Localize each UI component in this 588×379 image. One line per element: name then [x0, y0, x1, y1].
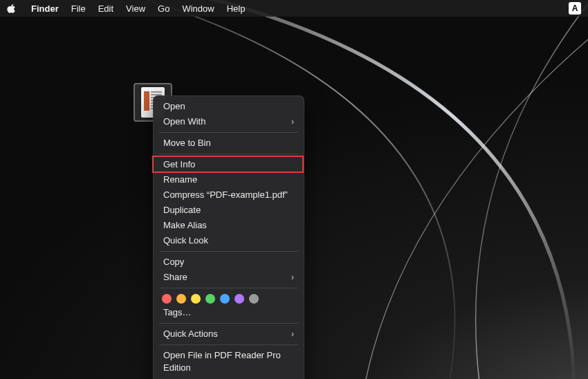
context-menu-item-label: Make Alias: [163, 219, 207, 232]
context-menu-item-label: Duplicate: [163, 204, 201, 216]
apple-menu-icon[interactable]: [7, 3, 17, 13]
context-menu-item-label: Open File in PDF Reader Pro Edition: [163, 349, 294, 374]
menubar-item-window[interactable]: Window: [176, 3, 220, 14]
context-menu-item-label: Tags…: [163, 306, 191, 319]
context-menu-item-label: Quick Actions: [163, 328, 218, 340]
context-menu-item-label: Copy: [163, 256, 184, 268]
input-source-indicator[interactable]: A: [569, 2, 581, 15]
tag-color-dot[interactable]: [220, 294, 230, 304]
tag-color-dot[interactable]: [205, 294, 215, 304]
context-menu-item[interactable]: Compress “PDF-example1.pdf”: [154, 187, 304, 203]
context-menu-item[interactable]: Open With›: [154, 114, 304, 129]
tag-color-row: [154, 291, 304, 305]
chevron-right-icon: ›: [291, 115, 294, 128]
context-menu-item-label: Move to Bin: [163, 137, 211, 149]
context-menu-item[interactable]: Copy: [154, 255, 304, 270]
tag-color-dot[interactable]: [235, 294, 244, 304]
context-menu-separator: [159, 344, 298, 345]
context-menu-item[interactable]: Make Alias: [154, 218, 304, 233]
context-menu-item[interactable]: Rename: [154, 172, 304, 187]
context-menu: OpenOpen With›Move to BinGet InfoRenameC…: [153, 95, 304, 379]
context-menu-separator: [159, 154, 298, 154]
context-menu-item-label: Rename: [163, 174, 197, 186]
tag-color-dot[interactable]: [162, 294, 172, 304]
tag-color-dot[interactable]: [176, 294, 186, 304]
context-menu-item[interactable]: Tags…: [154, 305, 304, 320]
menubar-app-name[interactable]: Finder: [25, 3, 65, 14]
menubar: Finder File Edit View Go Window Help A: [0, 0, 588, 17]
context-menu-item[interactable]: Open URL in PDF Reader Pro Edition: [154, 376, 304, 379]
context-menu-item-label: Open: [163, 100, 185, 113]
context-menu-item[interactable]: Duplicate: [154, 203, 304, 218]
context-menu-separator: [159, 132, 298, 133]
context-menu-item-label: Share: [163, 271, 187, 284]
tag-color-dot[interactable]: [249, 294, 259, 304]
context-menu-item[interactable]: Quick Actions›: [154, 326, 304, 342]
chevron-right-icon: ›: [291, 328, 294, 340]
context-menu-item-label: Quick Look: [163, 234, 208, 247]
tag-color-dot[interactable]: [191, 294, 201, 304]
menubar-item-view[interactable]: View: [120, 3, 151, 14]
context-menu-separator: [159, 288, 298, 288]
menubar-item-go[interactable]: Go: [151, 3, 176, 14]
context-menu-item-label: Open With: [163, 115, 205, 128]
context-menu-separator: [159, 251, 298, 252]
chevron-right-icon: ›: [291, 271, 294, 284]
context-menu-separator: [159, 323, 298, 324]
context-menu-item[interactable]: Move to Bin: [154, 136, 304, 151]
menubar-item-file[interactable]: File: [65, 3, 92, 14]
context-menu-item-label: Compress “PDF-example1.pdf”: [163, 189, 288, 201]
context-menu-item[interactable]: Get Info: [154, 157, 304, 172]
context-menu-item[interactable]: Open: [154, 99, 304, 114]
context-menu-item[interactable]: Open File in PDF Reader Pro Edition: [154, 348, 304, 376]
menubar-item-help[interactable]: Help: [221, 3, 252, 14]
menubar-item-edit[interactable]: Edit: [92, 3, 120, 14]
context-menu-item[interactable]: Quick Look: [154, 233, 304, 248]
context-menu-item[interactable]: Share›: [154, 270, 304, 285]
context-menu-item-label: Get Info: [163, 158, 195, 171]
